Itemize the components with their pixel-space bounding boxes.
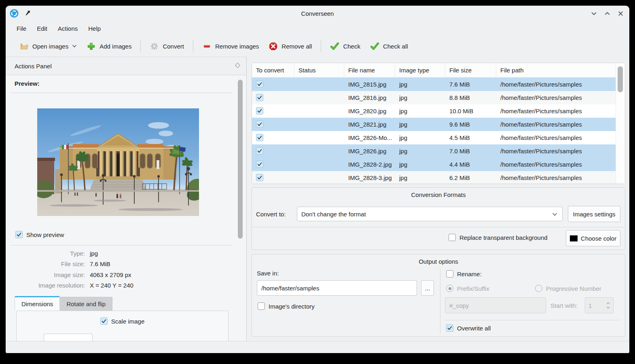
toolbar-separator [321, 40, 321, 52]
info-row-imagesize: Image size: 4063 x 2709 px [6, 271, 232, 280]
overwrite-all-checkbox[interactable] [446, 324, 453, 332]
close-button[interactable] [618, 11, 624, 17]
check-label: Check [343, 43, 360, 50]
preview-label: Preview: [15, 80, 40, 87]
table-row[interactable]: IMG_2828-3.jpgjpg6.2 MiB/home/faster/Pic… [252, 171, 616, 184]
remove-minus-icon [202, 42, 212, 51]
to-convert-checkbox[interactable] [256, 107, 263, 114]
actions-panel-title: Actions Panel [15, 63, 52, 70]
col-file-size[interactable]: File size [445, 63, 496, 77]
browse-button[interactable]: ... [421, 280, 434, 296]
add-images-button[interactable]: Add images [82, 39, 136, 54]
file-size-cell: 7.0 MiB [445, 148, 496, 154]
table-row[interactable]: IMG_2815.jpgjpg7.6 MiB/home/faster/Pictu… [252, 78, 616, 91]
format-select-value: Don't change the format [301, 211, 366, 218]
tab-rotate-flip[interactable]: Rotate and flip [60, 297, 112, 311]
table-scrollbar[interactable] [616, 63, 625, 184]
file-size-cell: 7.6 MiB [445, 81, 496, 88]
to-convert-checkbox[interactable] [256, 134, 263, 141]
info-label: File size: [6, 260, 85, 269]
spinner-arrows-icon[interactable] [606, 302, 610, 309]
width-spinbox[interactable] [44, 334, 93, 341]
table-row[interactable]: IMG_2820.jpgjpg10.0 MiB/home/faster/Pict… [252, 104, 616, 118]
file-path-cell: /home/faster/Pictures/samples [496, 81, 616, 88]
file-path-cell: /home/faster/Pictures/samples [496, 121, 616, 128]
info-row-type: Type: jpg [6, 250, 232, 259]
minimize-button[interactable] [591, 11, 597, 17]
check-button[interactable]: Check [325, 39, 365, 54]
dimensions-tabbar: Dimensions Rotate and flip [15, 296, 112, 311]
rename-checkbox[interactable] [446, 270, 453, 277]
show-preview-checkbox[interactable] [15, 231, 23, 238]
menu-help[interactable]: Help [83, 23, 106, 34]
start-with-spinner[interactable]: 1 [585, 297, 614, 313]
image-type-cell: jpg [395, 108, 445, 114]
to-convert-checkbox[interactable] [256, 80, 263, 88]
replace-bg-checkbox[interactable] [449, 234, 456, 241]
prefix-suffix-radio[interactable] [446, 285, 453, 292]
file-table-body: IMG_2815.jpgjpg7.6 MiB/home/faster/Pictu… [252, 78, 616, 184]
tab-dimensions[interactable]: Dimensions [15, 296, 60, 311]
start-with-label: Start with: [550, 302, 578, 309]
rename-pattern-input[interactable]: #_copy [445, 297, 546, 313]
titlebar[interactable]: Converseen [6, 6, 629, 21]
table-row[interactable]: IMG_2826-Mo...jpg4.5 MiB/home/faster/Pic… [252, 131, 616, 144]
info-label: Type: [6, 250, 85, 259]
col-file-path[interactable]: File path [496, 63, 616, 77]
table-row[interactable]: IMG_2816.jpgjpg8.8 MiB/home/faster/Pictu… [252, 91, 616, 104]
check-all-button[interactable]: Check all [365, 39, 413, 54]
file-size-cell: 10.0 MiB [445, 108, 496, 114]
chevron-down-icon [552, 211, 557, 218]
rename-row: Rename: [446, 270, 482, 277]
open-images-button[interactable]: Open images [15, 39, 82, 54]
remove-all-button[interactable]: Remove all [264, 39, 317, 54]
to-convert-checkbox[interactable] [256, 147, 263, 154]
table-row[interactable]: IMG_2828-2.jpgjpg4.4 MiB/home/faster/Pic… [252, 158, 616, 171]
menu-edit[interactable]: Edit [32, 23, 53, 34]
scale-image-checkbox[interactable] [100, 317, 108, 325]
show-preview-row: Show preview [15, 231, 64, 238]
to-convert-checkbox[interactable] [256, 161, 263, 168]
progressive-number-label: Progressive Number [546, 285, 601, 292]
col-to-convert[interactable]: To convert [252, 63, 294, 77]
image-type-cell: jpg [395, 121, 445, 128]
images-settings-button[interactable]: Images settings [568, 206, 620, 222]
col-file-name[interactable]: File name [344, 63, 395, 77]
table-scrollbar-thumb[interactable] [618, 66, 623, 92]
dock-scrollbar[interactable] [238, 80, 243, 239]
convert-button[interactable]: Convert [145, 39, 189, 54]
choose-color-button[interactable]: Choose color [566, 230, 620, 246]
image-type-cell: jpg [395, 134, 445, 141]
menu-file[interactable]: File [11, 23, 32, 34]
add-plus-icon [87, 42, 96, 51]
check-all-icon [370, 42, 379, 51]
info-value: 7.6 MiB [90, 260, 110, 269]
save-path-input[interactable]: /home/faster/samples [257, 280, 417, 296]
to-convert-checkbox[interactable] [256, 174, 263, 181]
table-row[interactable]: IMG_2826.jpgjpg7.0 MiB/home/faster/Pictu… [252, 144, 616, 158]
file-path-cell: /home/faster/Pictures/samples [496, 94, 616, 101]
info-value: jpg [90, 250, 98, 259]
file-path-cell: /home/faster/Pictures/samples [496, 134, 616, 141]
format-select[interactable]: Don't change the format [297, 207, 563, 221]
window-title: Converseen [6, 6, 629, 21]
progressive-number-radio[interactable] [535, 285, 542, 292]
col-image-type[interactable]: Image type [395, 63, 445, 77]
maximize-button[interactable] [604, 11, 610, 17]
scale-image-row: Scale image [100, 317, 145, 325]
divider [445, 320, 620, 320]
table-row[interactable]: IMG_2821.jpgjpg9.6 MiB/home/faster/Pictu… [252, 118, 616, 131]
remove-images-button[interactable]: Remove images [197, 39, 264, 54]
to-convert-checkbox[interactable] [256, 121, 263, 128]
conversion-formats-title: Conversion Formats [252, 191, 625, 198]
dock-float-icon[interactable] [235, 62, 241, 70]
toolbar-separator [193, 40, 193, 52]
file-size-cell: 6.2 MiB [445, 174, 496, 181]
save-path-value: /home/faster/samples [261, 285, 319, 292]
info-row-filesize: File size: 7.6 MiB [6, 260, 232, 269]
menu-actions[interactable]: Actions [53, 23, 83, 34]
images-directory-checkbox[interactable] [258, 303, 265, 310]
col-status[interactable]: Status [294, 63, 344, 77]
actions-panel: Actions Panel Preview: [6, 57, 247, 341]
to-convert-checkbox[interactable] [256, 94, 263, 101]
